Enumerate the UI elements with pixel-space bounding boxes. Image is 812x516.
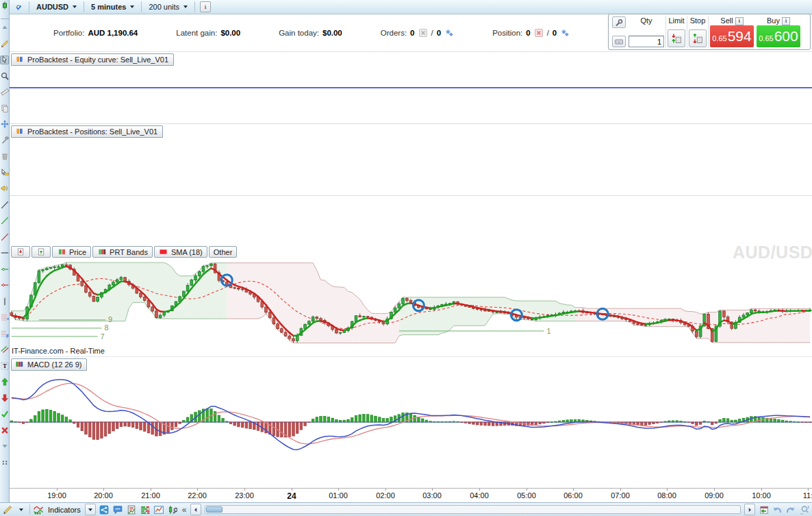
fibonacci-fan-icon[interactable]: F: [0, 329, 9, 338]
position-label: Position:: [492, 29, 522, 37]
position-settings-gears-icon[interactable]: [560, 29, 570, 38]
time-axis-label: 03:00: [422, 491, 442, 500]
orders-count: 0: [410, 29, 414, 37]
support-level-icon[interactable]: [0, 265, 9, 273]
fibonacci-retracement-icon[interactable]: [0, 313, 9, 322]
instrument-toolbar: AUDUSD 5 minutes 200 units i: [10, 0, 812, 14]
order-settings-wrench-icon[interactable]: [612, 16, 626, 28]
comment-icon[interactable]: [112, 504, 123, 515]
macd-panel-tab[interactable]: MACD (12 26 9): [11, 358, 87, 371]
position-count: 0: [526, 29, 530, 37]
timeframe-selector[interactable]: 5 minutes: [89, 2, 136, 12]
time-axis-label: 20:00: [94, 491, 113, 500]
text-note-icon[interactable]: T: [0, 361, 9, 370]
draw-tool-dropdown[interactable]: [16, 504, 27, 515]
validate-icon[interactable]: [0, 410, 9, 419]
sell-marker-icon[interactable]: [0, 393, 9, 402]
equity-panel-tab[interactable]: ProBacktest - Equity curve: Sell_Live_V0…: [11, 53, 174, 66]
select-cursor-icon[interactable]: [0, 56, 9, 64]
toolbar-scroll-down-icon[interactable]: [0, 442, 9, 451]
zoom-range-icon[interactable]: [799, 504, 810, 515]
alerts-icon[interactable]: [0, 184, 9, 193]
pointer-flag-icon[interactable]: [0, 168, 9, 177]
remove-icon[interactable]: [0, 426, 9, 434]
indicators-dropdown[interactable]: [85, 504, 96, 515]
delete-trash-icon[interactable]: [0, 152, 9, 161]
chevron-down-icon: [88, 508, 92, 511]
qty-input[interactable]: [629, 36, 664, 47]
horizontal-line-icon[interactable]: [0, 249, 9, 258]
buy-button[interactable]: 0.65600: [757, 25, 800, 47]
axis-tick-mark: [338, 489, 339, 491]
toolbar-scroll-up-icon[interactable]: [0, 23, 9, 32]
indicators-button[interactable]: Indicators: [47, 506, 82, 514]
sell-info-icon[interactable]: i: [735, 17, 744, 25]
collapse-toolbar-button[interactable]: «: [181, 505, 188, 515]
limit-order-icon[interactable]: [668, 29, 685, 47]
date-range-icon[interactable]: [758, 504, 769, 515]
draw-pencil-icon[interactable]: [0, 39, 9, 48]
scrollbar-thumb[interactable]: [206, 506, 223, 513]
legend-other-button[interactable]: Other: [209, 246, 238, 258]
time-axis-label: 05:00: [517, 491, 536, 500]
macd-icon: [14, 360, 24, 369]
scroll-right-button[interactable]: [744, 504, 755, 515]
vertical-line-icon[interactable]: [0, 297, 9, 306]
portfolio-value: Portfolio: AUD 1,190.64: [53, 29, 138, 37]
trendline-up-icon[interactable]: [0, 217, 9, 225]
duplicate-icon[interactable]: [0, 103, 9, 112]
measure-ruler-icon[interactable]: [0, 88, 9, 97]
redo-icon[interactable]: [785, 504, 796, 515]
positions-panel-tab[interactable]: ProBacktest - Positions: Sell_Live_V01: [11, 125, 163, 138]
trendline-down-icon[interactable]: [0, 232, 9, 241]
platform-link-icon[interactable]: [13, 1, 24, 12]
units-selector[interactable]: 200 units: [147, 2, 190, 12]
order-entry-panel: Qty Limit Stop Sell i 0.65594 Buy i: [608, 14, 811, 50]
market-depth-icon[interactable]: [140, 504, 151, 515]
positions-panel-title: ProBacktest - Positions: Sell_Live_V01: [27, 127, 157, 136]
time-axis-label: 01:00: [329, 491, 348, 500]
info-icon[interactable]: i: [200, 1, 211, 12]
price-chart[interactable]: 9871: [10, 196, 812, 357]
macd-panel: MACD (12 26 9): [10, 356, 812, 488]
trendline-icon[interactable]: [0, 200, 9, 209]
stop-order-icon[interactable]: [689, 29, 707, 47]
move-tool-icon[interactable]: [0, 120, 9, 129]
orders-settings-gears-icon[interactable]: [444, 29, 454, 38]
share-icon[interactable]: [99, 504, 110, 515]
time-axis-label: 06:00: [563, 491, 583, 500]
legend-price-label: Price: [69, 248, 86, 256]
buy-info-icon[interactable]: i: [782, 17, 790, 25]
buy-order-page-button[interactable]: [31, 246, 51, 258]
legend-prt-bands-button[interactable]: PRT Bands: [92, 246, 153, 258]
new-chart-icon[interactable]: [153, 504, 164, 515]
units-label: 200 units: [149, 3, 179, 11]
sell-button[interactable]: 0.65594: [710, 25, 754, 47]
legend-sma-button[interactable]: SMA (18): [154, 246, 207, 258]
legend-sma-label: SMA (18): [171, 248, 203, 256]
cancel-orders-icon[interactable]: [418, 29, 428, 38]
close-position-icon[interactable]: [534, 29, 544, 38]
draw-tool-button[interactable]: [2, 504, 13, 515]
more-options-icon[interactable]: [0, 458, 9, 467]
latent-gain: Latent gain: $0.00: [176, 29, 240, 37]
settings-tools-icon[interactable]: [0, 136, 9, 145]
macd-panel-title: MACD (12 26 9): [27, 360, 81, 369]
macd-chart[interactable]: [10, 357, 812, 489]
sell-order-page-button[interactable]: [11, 246, 30, 258]
time-axis[interactable]: 19:0020:0021:0022:0023:002401:0002:0003:…: [10, 488, 812, 502]
channel-icon[interactable]: [0, 345, 9, 354]
resistance-level-icon[interactable]: [0, 281, 9, 290]
report-icon[interactable]: [126, 504, 137, 515]
chart-options-icon[interactable]: [167, 504, 178, 515]
chart-scrollbar[interactable]: [205, 505, 741, 514]
undo-icon[interactable]: [772, 504, 783, 515]
instrument-selector[interactable]: AUDUSD: [34, 2, 79, 12]
buy-marker-icon[interactable]: [0, 378, 9, 386]
scroll-left-button[interactable]: [190, 504, 201, 515]
legend-price-button[interactable]: Price: [52, 246, 91, 258]
indicators-icon[interactable]: [33, 504, 44, 515]
chart-style-candlestick-icon[interactable]: [0, 1, 9, 10]
zoom-tool-icon[interactable]: [0, 71, 9, 80]
keyboard-entry-icon[interactable]: [612, 36, 626, 47]
